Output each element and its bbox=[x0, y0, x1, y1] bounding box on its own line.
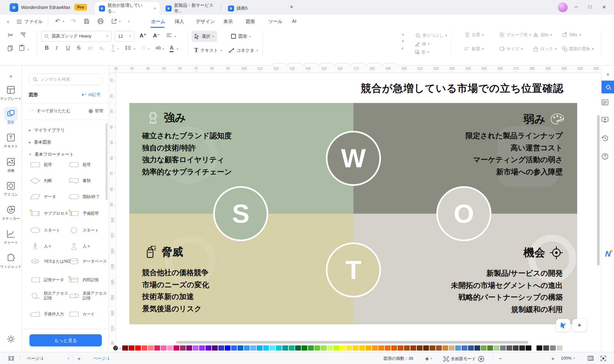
save-icon[interactable] bbox=[84, 19, 89, 24]
back-icon[interactable]: ‹ bbox=[7, 18, 9, 25]
style-up-icon[interactable]: ▲ bbox=[401, 33, 404, 36]
color-swatch[interactable] bbox=[148, 345, 154, 351]
bold-button[interactable]: B bbox=[45, 45, 49, 51]
sidebar-item-icons[interactable]: アイコン bbox=[0, 182, 22, 197]
underline-button[interactable]: U bbox=[66, 45, 70, 51]
doc-tab-active[interactable]: e 競合が急増している... × bbox=[95, 2, 160, 15]
shape-yes-oval[interactable]: YesYESまたはNO bbox=[29, 257, 71, 265]
shape-card[interactable]: カード bbox=[68, 310, 110, 318]
swot-item[interactable]: 競合他社の価格競争 bbox=[142, 267, 209, 279]
line-button[interactable]: 線 ▾ bbox=[415, 41, 430, 47]
shape-tool[interactable]: 図形 ▾ bbox=[228, 31, 254, 42]
tab-design[interactable]: デザイン bbox=[196, 19, 215, 25]
neutral-swatch[interactable] bbox=[537, 345, 542, 351]
page-panel-icon[interactable] bbox=[8, 356, 15, 361]
color-swatch[interactable] bbox=[417, 345, 423, 351]
tree-basic-shapes[interactable]: ▶ 基本図形 bbox=[29, 139, 51, 145]
color-swatch[interactable] bbox=[289, 345, 295, 351]
minimize-button[interactable]: ─ bbox=[571, 4, 581, 9]
color-swatch[interactable] bbox=[455, 345, 461, 351]
presentation-panel-button[interactable] bbox=[602, 117, 614, 123]
undo-caret-icon[interactable]: ▾ bbox=[63, 20, 64, 23]
subscript-button[interactable]: X₂ bbox=[99, 45, 104, 51]
shape-rrect[interactable]: 処理 bbox=[68, 161, 110, 169]
notes-panel-button[interactable] bbox=[602, 99, 614, 106]
swot-item[interactable]: 戦略的パートナーシップの構築 bbox=[371, 291, 563, 304]
add-page-button[interactable]: + bbox=[77, 356, 81, 362]
sidebar-item-widget[interactable]: ウィジェット bbox=[0, 254, 22, 269]
swot-item[interactable]: 新製品/サービスの開発 bbox=[371, 267, 563, 280]
color-swatch[interactable] bbox=[494, 345, 499, 351]
zoom-level[interactable]: 100% ▾ bbox=[561, 356, 575, 360]
swot-item[interactable]: 技術革新の加速 bbox=[142, 291, 209, 303]
collapse-all-button[interactable]: ⌃⌃ すべて折りたたむ bbox=[29, 108, 71, 114]
new-tab-button[interactable]: + bbox=[290, 4, 293, 11]
shape-stadium[interactable]: 開始/終了 bbox=[68, 193, 110, 201]
assistant-logo[interactable]: N bbox=[603, 249, 613, 258]
neutral-swatch[interactable] bbox=[557, 345, 562, 351]
swot-item[interactable]: 高い運営コスト bbox=[371, 142, 563, 154]
ai-symbols-link[interactable]: ✦⁺ AI記号 bbox=[81, 92, 101, 98]
shape-rect[interactable]: 処理 bbox=[29, 161, 71, 169]
color-swatch[interactable] bbox=[212, 345, 218, 351]
history-panel-button[interactable] bbox=[602, 135, 614, 141]
maximize-button[interactable]: □ bbox=[585, 4, 595, 9]
color-swatch[interactable] bbox=[487, 345, 493, 351]
color-swatch[interactable] bbox=[308, 345, 314, 351]
redo-icon[interactable]: ↷ bbox=[71, 18, 76, 25]
strengths-list[interactable]: 確立されたブランド認知度独自の技術/特許強力な顧客ロイヤリティ効率的なサプライチ… bbox=[142, 130, 232, 178]
weaknesses-list[interactable]: 限定された製品ラインナップ高い運営コストマーケティング活動の弱さ新市場への参入障… bbox=[371, 130, 563, 178]
shape-internal[interactable]: 内部記憶 bbox=[68, 276, 110, 284]
letter-o[interactable]: O bbox=[436, 186, 491, 241]
shape-database[interactable]: データベース bbox=[68, 257, 110, 265]
color-swatch[interactable] bbox=[186, 345, 192, 351]
line-spacing-icon[interactable] bbox=[125, 46, 131, 50]
close-button[interactable]: × bbox=[599, 4, 609, 11]
color-swatch[interactable] bbox=[340, 345, 346, 351]
align-caret-icon[interactable]: ▾ bbox=[174, 35, 176, 38]
underline-color-caret-icon[interactable]: ▾ bbox=[177, 47, 178, 51]
tree-my-library[interactable]: ▶ マイライブラリ bbox=[29, 127, 65, 133]
canvas[interactable]: 2030405060708090100110120130140150160170… bbox=[109, 66, 601, 352]
swot-item[interactable]: 確立されたブランド認知度 bbox=[142, 130, 232, 142]
color-swatch[interactable] bbox=[449, 345, 455, 351]
color-swatch[interactable] bbox=[423, 345, 429, 351]
color-swatch[interactable] bbox=[334, 345, 339, 351]
fill-panel-button-active[interactable] bbox=[602, 81, 614, 93]
sidebar-item-image[interactable]: 画像 bbox=[0, 158, 22, 173]
sidebar-item-text[interactable]: テキスト bbox=[0, 133, 22, 149]
bullet-list-icon[interactable] bbox=[141, 46, 146, 50]
color-swatch[interactable] bbox=[442, 345, 448, 351]
swot-item[interactable]: マーケティング活動の弱さ bbox=[371, 154, 563, 166]
diagram-title[interactable]: 競合が急増している市場での立ち位置確認 bbox=[241, 82, 601, 96]
color-swatch[interactable] bbox=[366, 345, 371, 351]
zoom-out-button[interactable]: − bbox=[499, 356, 502, 362]
swot-item[interactable]: 市場のニーズの変化 bbox=[142, 279, 209, 291]
color-swatch[interactable] bbox=[244, 345, 250, 351]
increase-font-icon[interactable]: A⁺ bbox=[140, 32, 146, 39]
tab-tools[interactable]: ツール bbox=[268, 19, 282, 25]
color-swatch[interactable] bbox=[193, 345, 198, 351]
color-swatch[interactable] bbox=[474, 345, 480, 351]
letter-s[interactable]: S bbox=[213, 186, 268, 241]
ai-select-button[interactable] bbox=[556, 319, 570, 332]
color-swatch[interactable] bbox=[282, 345, 288, 351]
fullscreen-button[interactable]: 全画面モード bbox=[443, 356, 484, 362]
font-size-select[interactable]: 12 ▾ bbox=[115, 31, 134, 42]
swot-item[interactable]: 独自の技術/特許 bbox=[142, 142, 232, 154]
strikethrough-button[interactable]: S bbox=[77, 45, 80, 51]
color-swatch[interactable] bbox=[263, 345, 269, 351]
shape-stored[interactable]: 記憶データ bbox=[29, 276, 71, 284]
swot-item[interactable]: 強力な顧客ロイヤリティ bbox=[142, 154, 232, 166]
horizontal-scrollbar[interactable] bbox=[176, 341, 528, 344]
color-swatch[interactable] bbox=[314, 345, 320, 351]
shape-document[interactable]: 書類 bbox=[68, 177, 110, 185]
heading-opportunities[interactable]: 機会 bbox=[523, 245, 563, 260]
tab-insert[interactable]: 挿入 bbox=[175, 19, 184, 25]
color-swatch[interactable] bbox=[199, 345, 205, 351]
page-tab-active[interactable]: ページ-1 bbox=[93, 356, 109, 361]
panel-scrollbar[interactable] bbox=[106, 123, 108, 200]
font-family-select[interactable]: 源真ゴシック Heavy ▾ bbox=[41, 31, 111, 42]
list-caret-icon[interactable]: ▾ bbox=[148, 47, 149, 51]
align-text-icon[interactable] bbox=[166, 33, 172, 37]
